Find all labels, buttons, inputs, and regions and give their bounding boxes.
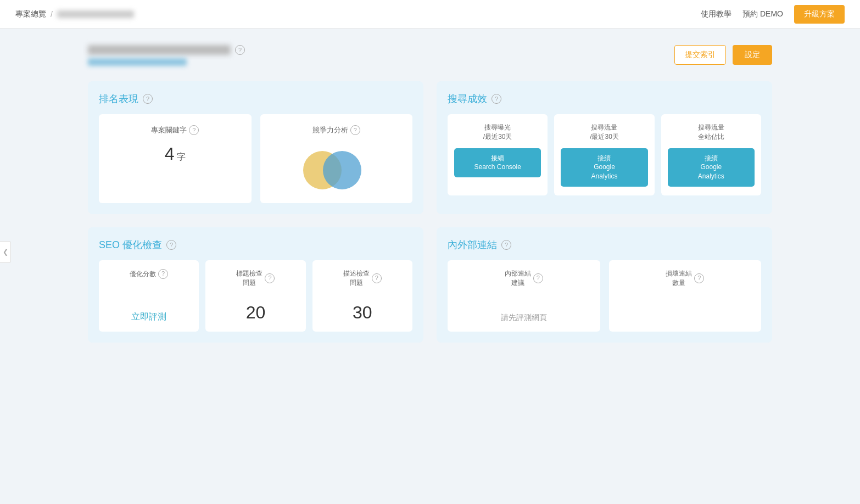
project-title-row: ? xyxy=(88,45,245,55)
links-help-icon[interactable]: ? xyxy=(501,240,511,250)
connect-search-console-button[interactable]: 接續Search Console xyxy=(454,148,541,178)
broken-help-icon[interactable]: ? xyxy=(694,273,704,283)
upgrade-button[interactable]: 升級方案 xyxy=(794,5,845,24)
breadcrumb: 專案總覽 / xyxy=(15,9,134,19)
sidebar-toggle[interactable]: ❮ xyxy=(0,241,11,263)
internal-links-label: 內部連結建議 ? xyxy=(505,269,543,288)
connect-analytics-1-button[interactable]: 接續GoogleAnalytics xyxy=(561,148,647,187)
competition-help-icon[interactable]: ? xyxy=(350,125,360,135)
seo-score-label: 優化分數 ? xyxy=(130,269,168,279)
seo-desc-value: 30 xyxy=(353,303,372,323)
header: 專案總覽 / 使用教學 預約 DEMO 升級方案 xyxy=(0,0,860,29)
seo-desc-box: 描述檢查問題 ? 30 xyxy=(312,260,412,332)
main-content: ? 提交索引 設定 排名表現 ? 專案關鍵字 ? xyxy=(0,29,860,359)
keyword-box: 專案關鍵字 ? 4 字 xyxy=(99,114,252,203)
breadcrumb-separator: / xyxy=(51,10,53,19)
ranking-title: 排名表現 ? xyxy=(99,92,412,105)
venn-diagram xyxy=(303,148,369,192)
sidebar-toggle-icon: ❮ xyxy=(3,248,8,256)
impressions-box: 搜尋曝光 /最近30天 接續Search Console xyxy=(448,114,548,195)
traffic-label: 搜尋流量 /最近30天 xyxy=(590,123,619,142)
breadcrumb-home[interactable]: 專案總覽 xyxy=(15,9,46,19)
evaluate-link[interactable]: 立即評測 xyxy=(131,311,166,323)
ranking-title-text: 排名表現 xyxy=(99,92,138,105)
seo-title-box: 標題檢查問題 ? 20 xyxy=(205,260,305,332)
settings-button[interactable]: 設定 xyxy=(733,45,772,65)
project-info: ? xyxy=(88,45,245,66)
project-help-icon[interactable]: ? xyxy=(235,45,245,55)
internal-placeholder: 請先評測網頁 xyxy=(501,313,547,323)
broken-links-label: 損壞連結數量 ? xyxy=(666,269,704,288)
venn-circle-right xyxy=(323,151,361,189)
links-title: 內外部連結 ? xyxy=(448,238,761,251)
search-performance-help-icon[interactable]: ? xyxy=(492,94,501,104)
seo-title-help-icon[interactable]: ? xyxy=(265,273,275,283)
header-actions: 使用教學 預約 DEMO 升級方案 xyxy=(701,5,845,24)
traffic-ratio-label: 搜尋流量 全站佔比 xyxy=(698,123,724,142)
seo-desc-help-icon[interactable]: ? xyxy=(372,273,382,283)
dashboard-grid: 排名表現 ? 專案關鍵字 ? 4 字 xyxy=(88,81,772,343)
seo-title: SEO 優化檢查 ? xyxy=(99,238,412,251)
seo-section: SEO 優化檢查 ? 優化分數 ? 立即評測 標題檢查問題 ? xyxy=(88,227,423,343)
internal-help-icon[interactable]: ? xyxy=(533,273,543,283)
seo-desc-label: 描述檢查問題 ? xyxy=(343,269,382,288)
seo-inner: 優化分數 ? 立即評測 標題檢查問題 ? 20 描述檢查問題 xyxy=(99,260,412,332)
project-title xyxy=(88,45,231,55)
seo-title-value: 20 xyxy=(246,303,266,323)
demo-link[interactable]: 預約 DEMO xyxy=(742,9,783,19)
keyword-label: 專案關鍵字 ? xyxy=(151,125,199,135)
internal-links-box: 內部連結建議 ? 請先評測網頁 xyxy=(448,260,600,332)
broken-links-box: 損壞連結數量 ? xyxy=(609,260,762,332)
project-actions: 提交索引 設定 xyxy=(674,45,772,65)
ranking-help-icon[interactable]: ? xyxy=(143,94,153,104)
ranking-inner: 專案關鍵字 ? 4 字 競爭力分析 ? xyxy=(99,114,412,203)
project-header: ? 提交索引 設定 xyxy=(88,45,772,66)
keyword-count: 4 字 xyxy=(165,144,186,164)
ranking-section: 排名表現 ? 專案關鍵字 ? 4 字 xyxy=(88,81,423,214)
links-inner: 內部連結建議 ? 請先評測網頁 損壞連結數量 ? xyxy=(448,260,761,332)
seo-score-box: 優化分數 ? 立即評測 xyxy=(99,260,199,332)
competition-label: 競爭力分析 ? xyxy=(312,125,360,135)
seo-title-label: 標題檢查問題 ? xyxy=(236,269,275,288)
tutorial-link[interactable]: 使用教學 xyxy=(701,9,731,19)
seo-help-icon[interactable]: ? xyxy=(166,240,176,250)
keyword-help-icon[interactable]: ? xyxy=(189,125,199,135)
competition-box: 競爭力分析 ? xyxy=(260,114,413,203)
search-performance-inner: 搜尋曝光 /最近30天 接續Search Console 搜尋流量 /最近30天… xyxy=(448,114,761,195)
search-performance-section: 搜尋成效 ? 搜尋曝光 /最近30天 接續Search Console 搜尋流量… xyxy=(437,81,772,214)
seo-score-help-icon[interactable]: ? xyxy=(158,269,168,279)
traffic-ratio-box: 搜尋流量 全站佔比 接續GoogleAnalytics xyxy=(661,114,761,195)
traffic-box: 搜尋流量 /最近30天 接續GoogleAnalytics xyxy=(554,114,654,195)
breadcrumb-project-name xyxy=(57,10,134,18)
project-subtitle xyxy=(88,58,187,66)
connect-analytics-2-button[interactable]: 接續GoogleAnalytics xyxy=(668,148,755,187)
submit-index-button[interactable]: 提交索引 xyxy=(674,45,726,65)
links-section: 內外部連結 ? 內部連結建議 ? 請先評測網頁 損壞連結數量 ? xyxy=(437,227,772,343)
search-performance-title: 搜尋成效 ? xyxy=(448,92,761,105)
impressions-label: 搜尋曝光 /最近30天 xyxy=(483,123,512,142)
